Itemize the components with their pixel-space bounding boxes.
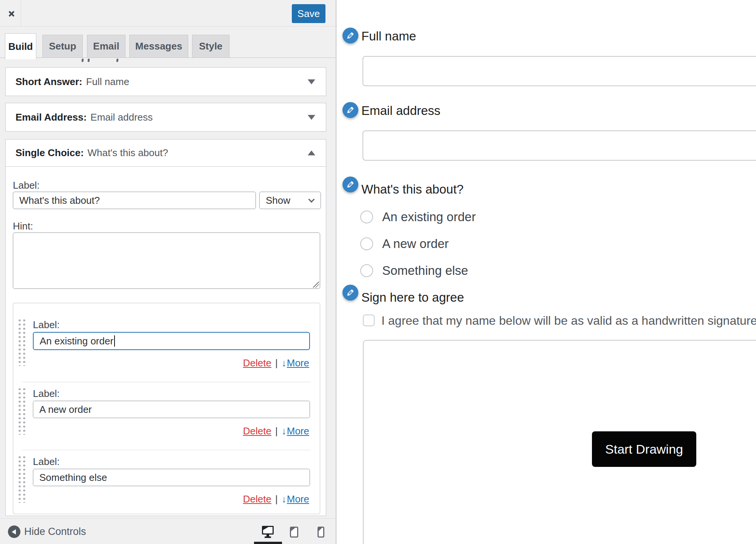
choice-input[interactable]: An existing order [33, 332, 310, 350]
link-separator: | [275, 357, 278, 369]
radio-option-label[interactable]: An existing order [382, 209, 476, 225]
field-panel-email-address: Email Address: Email address [5, 103, 326, 132]
field-panel-short-answer: Short Answer: Full name [5, 67, 326, 96]
delete-choice-link[interactable]: Delete [243, 493, 271, 505]
field-label-input-value: What's this about? [19, 195, 100, 206]
field-label-text: Email address [90, 112, 153, 123]
choice-actions: Delete | ↓ More [243, 425, 309, 437]
field-label-text: What's this about? [88, 147, 168, 159]
down-arrow-icon: ↓ [282, 493, 287, 505]
active-device-indicator [254, 542, 282, 544]
choice-actions: Delete | ↓ More [243, 493, 309, 505]
field-label-input[interactable]: What's this about? [13, 192, 256, 209]
builder-footer: Hide Controls [0, 518, 335, 544]
smartphone-icon [318, 527, 324, 538]
resize-grip-icon [313, 282, 319, 288]
edit-field-button[interactable] [342, 177, 358, 192]
mobile-preview-button[interactable] [318, 527, 324, 538]
field-panel-single-choice: Single Choice: What's this about? Label:… [5, 139, 326, 516]
radio-option-label[interactable]: Something else [382, 263, 468, 278]
more-options-link[interactable]: More [287, 425, 309, 437]
more-options-link[interactable]: More [287, 357, 309, 369]
preview-field-label: What's this about? [361, 181, 463, 197]
field-type-label: Short Answer: [15, 76, 82, 88]
edit-field-button[interactable] [342, 28, 358, 43]
choice-actions: Delete | ↓ More [243, 357, 309, 369]
desktop-preview-button[interactable] [262, 526, 274, 538]
tab-messages[interactable]: Messages [129, 35, 188, 58]
save-button[interactable]: Save [292, 4, 325, 23]
delete-choice-link[interactable]: Delete [243, 425, 271, 437]
field-panel-short-answer-header[interactable]: Short Answer: Full name [6, 68, 326, 96]
down-arrow-icon: ↓ [282, 425, 287, 437]
hide-controls-label[interactable]: Hide Controls [24, 519, 86, 544]
start-drawing-button[interactable]: Start Drawing [592, 431, 696, 467]
radio-option-label[interactable]: A new order [382, 236, 449, 251]
radio-button[interactable] [360, 264, 373, 277]
select-chevron-icon [308, 196, 315, 203]
choice-input-value: Something else [39, 472, 107, 484]
chevron-down-icon [308, 79, 315, 84]
choice-input-value: A new order [39, 404, 92, 415]
radio-button[interactable] [360, 237, 373, 250]
agree-checkbox-label[interactable]: I agree that my name below will be as va… [381, 313, 756, 328]
drag-handle[interactable] [17, 387, 26, 435]
more-options-link[interactable]: More [287, 493, 309, 505]
choice-divider [22, 450, 311, 450]
close-button[interactable] [5, 7, 18, 20]
hide-controls-button[interactable] [8, 525, 20, 538]
tablet-preview-button[interactable] [290, 527, 298, 538]
close-icon [6, 9, 17, 19]
link-separator: | [275, 425, 278, 437]
down-arrow-icon: ↓ [282, 357, 287, 369]
tab-email[interactable]: Email [87, 35, 125, 58]
visibility-select-value: Show [266, 195, 290, 206]
preview-field-label: Email address [361, 103, 440, 119]
pencil-icon [346, 180, 355, 189]
edit-field-button[interactable] [342, 102, 358, 118]
choice-label-label: Label: [33, 388, 60, 400]
tab-build[interactable]: Build [5, 33, 36, 59]
chevron-down-icon [308, 115, 315, 120]
drag-handle[interactable] [17, 318, 26, 366]
delete-choice-link[interactable]: Delete [243, 357, 271, 369]
tab-setup[interactable]: Setup [42, 35, 83, 58]
preview-field-label: Full name [361, 28, 416, 44]
builder-tabs: Build Setup Email Messages Style [0, 26, 335, 58]
field-panel-single-choice-header[interactable]: Single Choice: What's this about? [6, 139, 326, 167]
field-label-text: Full name [86, 76, 129, 88]
preview-field-label: Sign here to agree [361, 290, 464, 305]
choice-divider [22, 382, 311, 382]
tab-style[interactable]: Style [192, 35, 229, 58]
field-type-label: Email Address: [15, 112, 87, 123]
field-type-label: Single Choice: [15, 147, 84, 159]
choice-label-label: Label: [33, 456, 60, 468]
choices-container: Label: An existing order Delete | ↓ More… [13, 303, 320, 514]
field-panel-email-address-header[interactable]: Email Address: Email address [6, 103, 326, 131]
desktop-icon [262, 526, 274, 538]
drag-handle[interactable] [17, 455, 26, 503]
pencil-icon [346, 288, 355, 297]
chevron-up-icon [308, 150, 315, 155]
choice-input[interactable]: A new order [33, 401, 310, 418]
radio-button[interactable] [360, 211, 373, 223]
form-preview: Full name Email address What's this abou… [337, 0, 756, 544]
topbar-separator [21, 0, 21, 26]
pencil-icon [346, 31, 355, 40]
agree-checkbox[interactable] [363, 315, 375, 326]
left-arrow-icon [12, 529, 16, 535]
link-separator: | [275, 493, 278, 505]
preview-text-input[interactable] [363, 130, 756, 161]
builder-topbar: Save [0, 0, 335, 26]
tablet-icon [290, 527, 298, 538]
single-choice-editor: Label: What's this about? Show Hint: Lab… [6, 167, 326, 516]
choice-label-label: Label: [33, 319, 60, 331]
hint-textarea[interactable] [13, 232, 320, 289]
label-field-label: Label: [13, 180, 40, 191]
preview-text-input[interactable] [363, 56, 756, 86]
signature-pad[interactable] [363, 340, 756, 544]
edit-field-button[interactable] [342, 285, 358, 301]
choice-input[interactable]: Something else [33, 469, 310, 486]
form-builder-panel: Save Build Setup Email Messages Style Sh… [0, 0, 335, 544]
visibility-select[interactable]: Show [259, 192, 321, 209]
